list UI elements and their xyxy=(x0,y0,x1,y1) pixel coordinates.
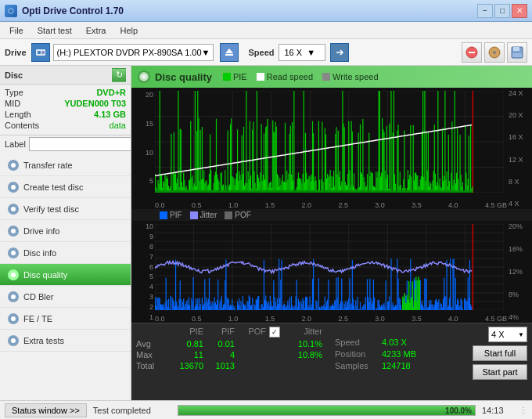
disc-label-input[interactable] xyxy=(29,137,131,151)
drive-dropdown[interactable]: (H:) PLEXTOR DVDR PX-890SA 1.00 ▼ xyxy=(53,44,214,61)
row-total-pif: 1013 xyxy=(207,361,235,370)
col-header-pof: POF xyxy=(238,327,266,338)
sidebar-item-label-extra-tests: Extra tests xyxy=(23,336,64,345)
sidebar-item-label-cd-bler: CD Bler xyxy=(23,292,54,302)
svg-rect-4 xyxy=(225,54,233,56)
legend-read-speed-box xyxy=(257,73,264,81)
chart2-canvas xyxy=(155,224,504,310)
sidebar-item-label-drive-info: Drive info xyxy=(23,226,59,236)
legend-pie-box xyxy=(223,73,231,81)
disc-quality-icon xyxy=(138,70,150,83)
progress-fill xyxy=(178,406,475,415)
chart2-legend: PIF Jitter POF xyxy=(131,209,532,221)
speed-value-stat: 4.03 X xyxy=(382,338,407,347)
drive-eject-btn[interactable] xyxy=(220,43,239,62)
position-value-stat: 4233 MB xyxy=(382,349,416,359)
row-avg-jitter: 10.1% xyxy=(283,339,322,349)
disc-length-value: 4.13 GB xyxy=(94,110,126,119)
speed-select-dropdown[interactable]: 4 X ▼ xyxy=(488,327,527,342)
stats-table: PIE PIF POF ✓ Jitter Avg 0.81 0.01 10.1%… xyxy=(136,327,322,370)
sidebar-item-label-fe-te: FE / TE xyxy=(23,314,52,323)
legend-pie-label: PIE xyxy=(233,72,247,81)
col-header-pie: PIE xyxy=(167,327,203,338)
row-total-jitter xyxy=(283,361,322,370)
sidebar-item-disc-info[interactable]: Disc info xyxy=(0,242,131,264)
chart1-y-axis: 20 15 10 5 xyxy=(131,88,155,209)
svg-rect-1 xyxy=(38,51,41,54)
legend-write-speed: Write speed xyxy=(322,72,379,81)
nav-dot-fe-te xyxy=(8,313,19,324)
drive-dropdown-value: (H:) PLEXTOR DVDR PX-890SA 1.00 xyxy=(57,48,202,57)
speed-row: Speed 4.03 X xyxy=(335,338,416,347)
legend-pof: POF xyxy=(225,211,251,219)
speed-chevron: ▼ xyxy=(307,48,315,57)
row-max-pie: 11 xyxy=(167,350,203,359)
nav-dot-transfer-rate xyxy=(8,160,19,171)
disc-quality-header: Disc quality PIE Read speed Write speed xyxy=(131,66,532,88)
svg-point-8 xyxy=(493,51,496,54)
status-window-btn[interactable]: Status window >> xyxy=(5,403,87,417)
sidebar-item-transfer-rate[interactable]: Transfer rate xyxy=(0,154,131,176)
nav-dot-drive-info xyxy=(8,226,19,237)
legend-pif-label: PIF xyxy=(170,211,182,219)
sidebar-item-create-test-disc[interactable]: Create test disc xyxy=(0,176,131,198)
toolbar-icon-erase[interactable] xyxy=(462,42,482,63)
row-avg-pif: 0.01 xyxy=(207,339,235,349)
speed-label: Speed xyxy=(248,48,274,57)
chart1-canvas xyxy=(155,91,504,193)
row-max-check xyxy=(269,350,280,359)
disc-contents-row: Contents data xyxy=(5,121,126,130)
disc-contents-value: data xyxy=(110,121,126,130)
sidebar: Disc ↻ Type DVD+R MID YUDEN000 T03 Lengt… xyxy=(0,66,131,400)
disc-refresh-btn[interactable]: ↻ xyxy=(112,68,126,82)
title-buttons: − □ ✕ xyxy=(477,4,527,18)
row-avg-pie: 0.81 xyxy=(167,339,203,349)
sidebar-item-label-disc-info: Disc info xyxy=(23,248,56,258)
sidebar-item-verify-test-disc[interactable]: Verify test disc xyxy=(0,198,131,220)
sidebar-item-fe-te[interactable]: FE / TE xyxy=(0,308,131,330)
restore-button[interactable]: □ xyxy=(494,4,510,18)
samples-value-stat: 124718 xyxy=(382,361,411,370)
legend-pie: PIE xyxy=(223,72,247,81)
disc-contents-label: Contents xyxy=(5,121,39,130)
stats-row-avg: Avg 0.81 0.01 10.1% xyxy=(136,339,322,349)
legend-pof-label: POF xyxy=(235,211,251,219)
chart2-y-axis: 10 9 8 7 6 5 4 3 2 1 xyxy=(131,221,155,323)
legend-write-speed-label: Write speed xyxy=(332,72,379,81)
drive-bar: Drive (H:) PLEXTOR DVDR PX-890SA 1.00 ▼ … xyxy=(0,39,532,66)
disc-type-value: DVD+R xyxy=(96,88,126,97)
status-text: Test completed xyxy=(93,406,171,415)
toolbar-icon-disc[interactable] xyxy=(484,42,505,63)
resize-grip: ⋮ xyxy=(519,406,527,414)
stats-area: PIE PIF POF ✓ Jitter Avg 0.81 0.01 10.1%… xyxy=(131,323,532,383)
row-max-label: Max xyxy=(136,350,164,359)
toolbar-icon-save[interactable] xyxy=(507,42,527,63)
sidebar-item-disc-quality[interactable]: Disc quality xyxy=(0,264,131,286)
legend-write-speed-box xyxy=(322,73,330,81)
sidebar-item-cd-bler[interactable]: CD Bler xyxy=(0,286,131,308)
sidebar-item-label-transfer-rate: Transfer rate xyxy=(23,161,73,170)
disc-header: Disc ↻ xyxy=(0,66,131,85)
speed-set-btn[interactable] xyxy=(330,43,349,62)
nav-dot-verify-test xyxy=(8,204,19,215)
drive-dropdown-chevron: ▼ xyxy=(202,48,210,57)
disc-length-label: Length xyxy=(5,110,31,119)
speed-dropdown[interactable]: 16 X ▼ xyxy=(279,44,325,61)
progress-bar: 100.0% xyxy=(178,405,476,416)
close-button[interactable]: ✕ xyxy=(512,4,527,18)
menu-extra[interactable]: Extra xyxy=(80,24,113,37)
progress-text: 100.0% xyxy=(445,406,472,414)
sidebar-item-drive-info[interactable]: Drive info xyxy=(0,220,131,242)
sidebar-item-extra-tests[interactable]: Extra tests xyxy=(0,330,131,352)
nav-dot-extra-tests xyxy=(8,335,19,346)
drive-select-group: (H:) PLEXTOR DVDR PX-890SA 1.00 ▼ xyxy=(31,43,214,62)
menu-file[interactable]: File xyxy=(3,24,30,37)
menu-help[interactable]: Help xyxy=(113,24,144,37)
start-part-button[interactable]: Start part xyxy=(473,364,527,380)
jitter-checkbox[interactable]: ✓ xyxy=(269,327,280,338)
speed-select-row: 4 X ▼ xyxy=(488,327,527,342)
menu-start-test[interactable]: Start test xyxy=(31,24,78,37)
row-max-pof xyxy=(238,350,266,359)
minimize-button[interactable]: − xyxy=(477,4,493,18)
start-full-button[interactable]: Start full xyxy=(473,345,527,361)
